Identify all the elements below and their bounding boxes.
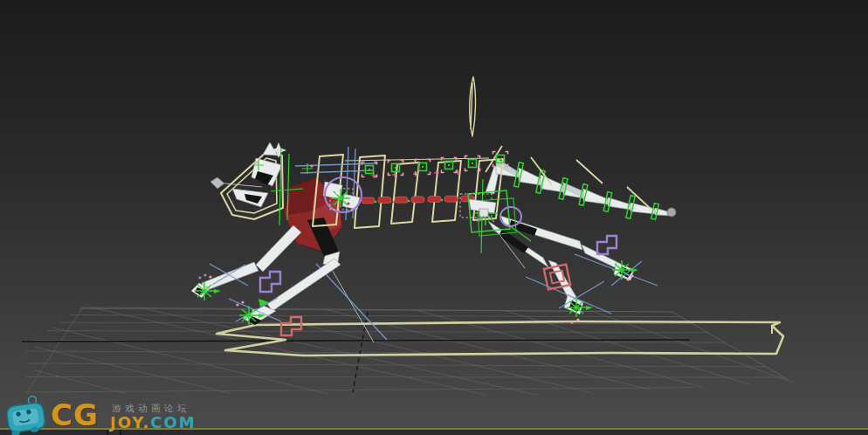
ground-grid [22, 306, 799, 397]
spine-link[interactable] [428, 197, 441, 203]
keyframe-square[interactable] [442, 158, 457, 173]
grid-line [22, 331, 799, 334]
viewport-3d[interactable]: CG 游戏动画论坛 JOY.COM [0, 0, 868, 435]
grid-line [22, 377, 799, 378]
watermark: CG 游戏动画论坛 JOY.COM [0, 395, 279, 435]
grid-line [35, 370, 131, 395]
watermark-brand-joy: JOY [110, 413, 142, 432]
tail-sticks [486, 146, 651, 209]
front-leg-far[interactable] [191, 225, 301, 298]
floating-stick-control[interactable] [470, 77, 476, 136]
foot-dot [570, 321, 573, 323]
spine-link[interactable] [362, 197, 375, 204]
grid-line [35, 323, 342, 397]
spine-dot [375, 201, 377, 204]
nose-bone [210, 177, 224, 189]
front-knee-far-control[interactable] [260, 272, 280, 292]
watermark-brand-dot: . [142, 413, 150, 432]
foot-dot [626, 278, 629, 280]
tail-tip-ball[interactable] [667, 208, 676, 217]
watermark-brand-cg: CG [51, 400, 99, 430]
foot-dot [576, 318, 579, 321]
grid-line [22, 315, 799, 318]
character-rig[interactable] [191, 77, 676, 342]
grid-line [35, 347, 236, 395]
spine-link[interactable] [378, 197, 391, 204]
grid-boundary [81, 307, 793, 383]
spine-dot [441, 199, 444, 202]
shoulder-star [271, 142, 286, 158]
grid-x-axis [22, 340, 690, 342]
spine-link[interactable] [395, 197, 408, 203]
foot-dot [630, 274, 633, 277]
grid-line [406, 307, 725, 393]
mascot-icon [0, 395, 54, 435]
watermark-brand-com: COM [150, 413, 196, 432]
watermark-tagline: 游戏动画论坛 [112, 404, 190, 413]
spine-link[interactable] [411, 197, 424, 203]
watermark-brand-line2: JOY.COM [110, 415, 196, 431]
spine-tick [434, 170, 439, 176]
timeline-tick [107, 430, 108, 435]
grid-line [22, 387, 799, 392]
timeline-tick [120, 430, 121, 435]
grid-line [223, 306, 611, 397]
hind-knee-far-control[interactable] [597, 236, 617, 254]
spine-dot [408, 200, 410, 203]
spine-link[interactable] [444, 196, 458, 202]
